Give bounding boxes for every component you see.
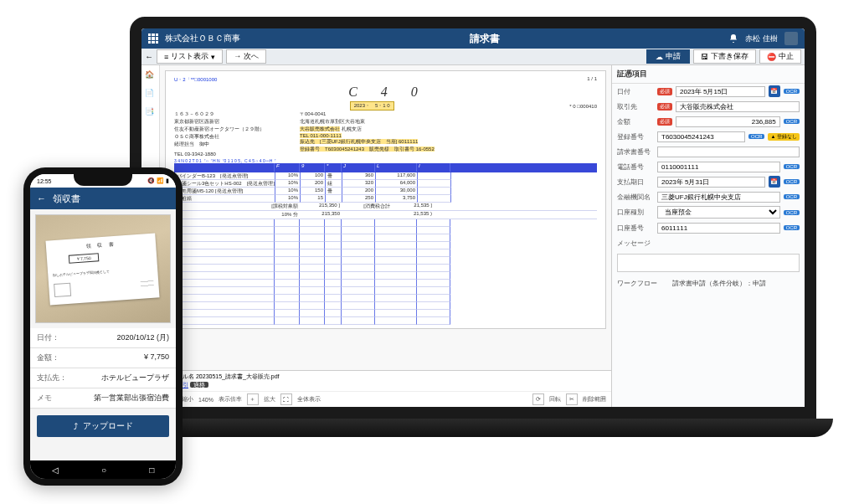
phone-header: ← 領収書 <box>30 188 176 209</box>
upload-button[interactable]: ⤴ アップロード <box>37 415 169 437</box>
submit-button[interactable]: ☁申請 <box>646 49 690 64</box>
crop-button[interactable]: ✂ <box>566 393 578 405</box>
table-row: メモ用箋M5-120 [発送点管理]10%150冊20030,000 <box>175 188 597 195</box>
next-button[interactable]: → 次へ <box>226 49 266 64</box>
back-icon[interactable]: ← <box>145 52 153 61</box>
nav-back-icon[interactable]: ◁ <box>52 465 59 475</box>
nav-recent-icon[interactable]: □ <box>149 465 154 475</box>
amount-input[interactable] <box>676 116 780 127</box>
field-invoiceno: 請求書番号 <box>612 144 805 159</box>
bank-input[interactable] <box>657 192 780 203</box>
field-vendor: 取引先 必須 <box>612 99 805 114</box>
camera-dot <box>471 21 476 25</box>
doc-icon[interactable]: 📄 <box>145 89 157 100</box>
user-avatar-icon[interactable] <box>784 32 798 45</box>
field-bank: 金融機関名 OCR <box>612 189 805 204</box>
company-name: 株式会社ＯＢＣ商事 <box>165 33 240 44</box>
laptop-base <box>130 419 833 437</box>
accttype-select[interactable]: 当座預金 <box>657 206 780 219</box>
field-acctno: 口座番号 OCR <box>612 220 805 235</box>
field-date: 日付 必須 📅 OCR <box>612 84 805 99</box>
document-page: U・2「**□0001000 1 / 1 C 4 0 2023・ 5・1 0 *… <box>165 70 606 329</box>
draft-save-button[interactable]: 🖫下書き保存 <box>693 49 756 64</box>
phone-body: 領 収 書 ￥7,750 但しホテルビュープラザ宿泊費として _________… <box>30 209 176 460</box>
field-regno: 登録番号 OCR ▲ 登録なし <box>612 129 805 144</box>
date-input[interactable] <box>676 86 765 97</box>
laptop-mockup: 株式会社ＯＢＣ商事 請求書 赤松 佳樹 ← ≡リスト表示▾ → 次へ ☁申請 🖫… <box>130 17 833 486</box>
field-accttype: 口座種別 当座預金 OCR <box>612 204 805 220</box>
phone-nav-bar: ◁ ○ □ <box>30 460 176 479</box>
phone-mockup: 12:55 🔇 📶 ▮ ← 領収書 領 収 書 ￥7,750 但しホテルビュープ… <box>23 167 183 486</box>
file-name: 20230515_請求書_大谷販売.pdf <box>196 373 280 379</box>
table-row: 付箋シール3色セットHS-002 [発送点管理]10%200組32064,000 <box>175 180 597 188</box>
message-input[interactable] <box>617 254 800 272</box>
document-type-title: 請求書 <box>240 32 728 46</box>
status-icons: 🔇 📶 ▮ <box>147 177 169 184</box>
field-phone: 電話番号 OCR <box>612 159 805 174</box>
nav-home-icon[interactable]: ○ <box>101 465 106 475</box>
fit-button[interactable]: ⛶ <box>280 393 292 405</box>
phone-row-amount: 金額：¥ 7,750 <box>30 348 176 368</box>
bell-icon[interactable] <box>728 33 738 44</box>
summary-row-2: 10% 分 215,350 21,535 ) <box>174 211 597 219</box>
doc-date-box: 2023・ 5・1 0 <box>350 101 394 111</box>
table-row: バインダーB-123 [発送点管理]10%100冊360117,600 <box>175 172 597 180</box>
doc-big-code: C 4 0 <box>348 85 423 99</box>
vendor-input[interactable] <box>676 101 800 112</box>
phone-time: 12:55 <box>37 178 52 184</box>
table-row: 化粧箱10%152503,750 <box>175 195 597 203</box>
sender-block: １６３－６０２９ 東京都新宿区西新宿 住友不動産新宿オークタワー（２９階） ＯＳ… <box>174 111 283 157</box>
field-message-label: メッセージ <box>612 235 805 250</box>
phone-row-memo: メモ第一営業部出張宿泊費 <box>30 388 176 409</box>
receipt-photo[interactable]: 領 収 書 ￥7,750 但しホテルビュープラザ宿泊費として _________… <box>35 214 171 323</box>
receipt-paper: 領 収 書 ￥7,750 但しホテルビュープラザ宿泊費として _________… <box>46 233 160 305</box>
regno-warning: ▲ 登録なし <box>768 133 800 141</box>
regno-input[interactable] <box>657 131 745 142</box>
ocr-badge: OCR <box>784 89 800 94</box>
doc-code-right: * 0 □000410 <box>569 104 597 109</box>
calendar-icon[interactable]: 📅 <box>769 85 780 97</box>
apps-grid-icon[interactable] <box>148 33 158 44</box>
home-icon[interactable]: 🏠 <box>145 70 157 82</box>
zoom-bar: − 縮小 140% 表示倍率 ＋ 拡大 ⛶ 全体表示 ⟳ 回転 ✂ 削除範囲 <box>160 391 611 407</box>
phone-notch <box>74 174 132 186</box>
summary-row-1: [課税対象額 215,350 ] [消費税合計 21,535 ] <box>174 203 597 211</box>
acctno-input[interactable] <box>657 223 780 234</box>
doc-add-icon[interactable]: 📑 <box>145 107 157 119</box>
invoiceno-input[interactable] <box>657 147 800 157</box>
document-pane: U・2「**□0001000 1 / 1 C 4 0 2023・ 5・1 0 *… <box>160 65 612 407</box>
app-header: 株式会社ＯＢＣ商事 請求書 赤松 佳樹 <box>141 28 805 49</box>
zoom-ratio: 140% <box>198 397 213 403</box>
upload-icon: ⤴ <box>74 422 78 431</box>
duedate-input[interactable] <box>657 177 765 188</box>
desktop-app: 株式会社ＯＢＣ商事 請求書 赤松 佳樹 ← ≡リスト表示▾ → 次へ ☁申請 🖫… <box>141 28 805 407</box>
workflow-row: ワークフロー 請求書申請（条件分岐）：申請 <box>612 275 805 291</box>
calendar-icon[interactable]: 📅 <box>769 176 780 188</box>
user-name: 赤松 佳樹 <box>745 33 778 44</box>
doc-page-num: 1 / 1 <box>587 76 597 84</box>
phone-row-payee: 支払先：ホテルビュープラザ <box>30 368 176 388</box>
field-amount: 金額 必須 OCR <box>612 114 805 129</box>
form-pane: 証憑項目 日付 必須 📅 OCR 取引先 必須 金額 <box>612 65 805 407</box>
zoom-in-button[interactable]: ＋ <box>247 393 259 405</box>
doc-footer: ファイル名 20230515_請求書_大谷販売.pdf 電子取引 適格 <box>160 370 611 391</box>
field-duedate: 支払期日 📅 OCR <box>612 174 805 189</box>
list-view-button[interactable]: ≡リスト表示▾ <box>157 49 223 64</box>
doc-code-left: U・2「**□0001000 <box>174 76 217 84</box>
phone-row-date: 日付：2020/10/12 (月) <box>30 328 176 348</box>
qualified-badge: 適格 <box>190 382 208 388</box>
phone-input[interactable] <box>657 162 780 172</box>
form-section-title: 証憑項目 <box>612 65 805 84</box>
cancel-button[interactable]: ⛔中止 <box>759 49 801 64</box>
phone-title: 領収書 <box>53 193 80 205</box>
recipient-block: 〒004-0041 北海道札幌市厚別区大谷地東 大谷販売株式会社 札幌支店 TE… <box>300 111 597 157</box>
toolbar: ← ≡リスト表示▾ → 次へ ☁申請 🖫下書き保存 ⛔中止 <box>141 49 805 65</box>
line-items-grid: バインダーB-123 [発送点管理]10%100冊360117,600付箋シール… <box>174 172 597 203</box>
back-icon[interactable]: ← <box>37 193 46 203</box>
rotate-button[interactable]: ⟳ <box>532 393 544 405</box>
table-header: F9*JLI <box>174 163 597 172</box>
